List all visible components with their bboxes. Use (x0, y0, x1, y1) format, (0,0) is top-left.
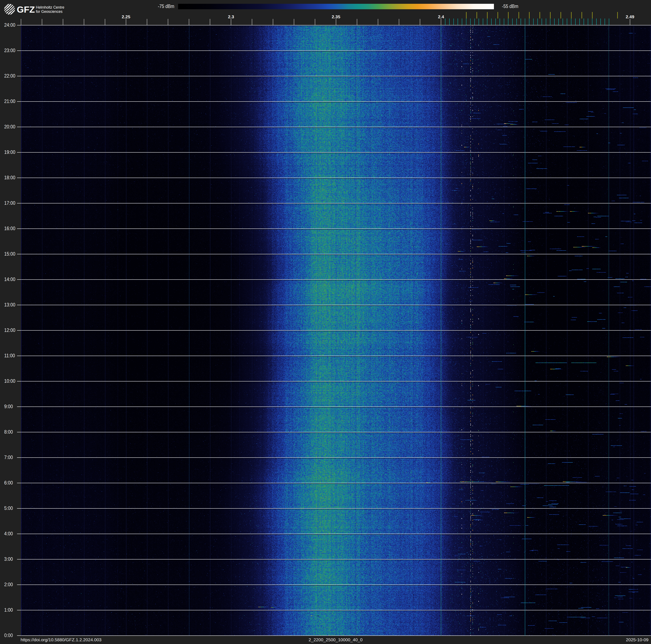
svg-text:for Geosciences: for Geosciences (36, 9, 63, 14)
svg-text:GFZ: GFZ (17, 4, 35, 14)
svg-text:Helmholtz Centre: Helmholtz Centre (36, 5, 64, 9)
